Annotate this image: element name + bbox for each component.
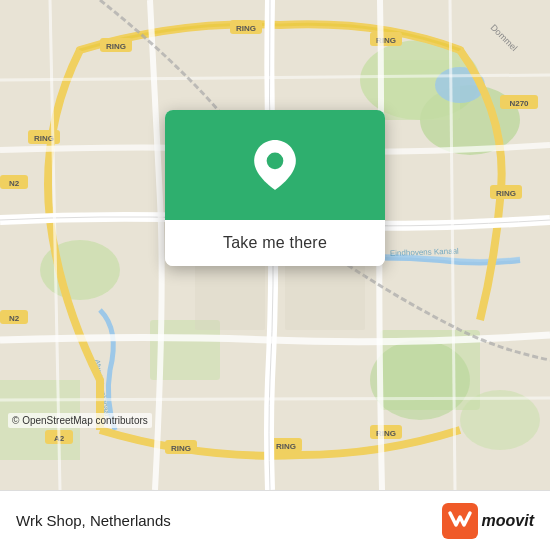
svg-text:RING: RING (496, 189, 516, 198)
popup-header (165, 110, 385, 220)
location-pin-icon (250, 140, 300, 190)
svg-text:RING: RING (276, 442, 296, 451)
svg-text:RING: RING (236, 24, 256, 33)
svg-text:N270: N270 (509, 99, 529, 108)
map-attribution: © OpenStreetMap contributors (8, 413, 152, 428)
popup-card: Take me there (165, 110, 385, 266)
map-container: Eindhovens Kanaal Afwateringskanaal RING… (0, 0, 550, 490)
moovit-brand-icon (442, 503, 478, 539)
svg-text:RING: RING (106, 42, 126, 51)
svg-text:N2: N2 (9, 179, 20, 188)
bottom-bar: Wrk Shop, Netherlands moovit (0, 490, 550, 550)
svg-point-42 (267, 153, 284, 170)
svg-text:RING: RING (171, 444, 191, 453)
svg-text:N2: N2 (9, 314, 20, 323)
location-name: Wrk Shop, Netherlands (16, 512, 171, 529)
svg-text:RING: RING (34, 134, 54, 143)
svg-rect-43 (442, 503, 478, 539)
take-me-there-button[interactable]: Take me there (165, 220, 385, 266)
moovit-logo: moovit (442, 503, 534, 539)
moovit-brand-text: moovit (482, 512, 534, 530)
